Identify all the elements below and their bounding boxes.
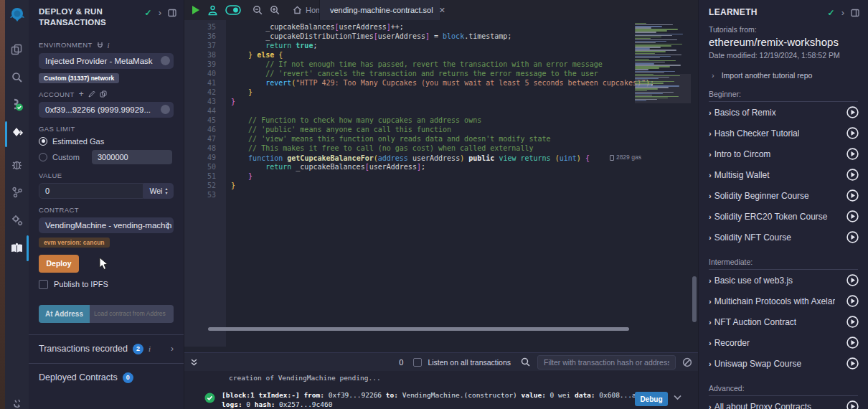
tutorial-item[interactable]: ›Recorder	[699, 332, 868, 353]
edit-account-icon[interactable]	[88, 90, 95, 98]
code-line[interactable]: 49 function getCupcakeBalanceFor(address…	[184, 153, 698, 162]
listen-all-checkbox[interactable]	[413, 358, 422, 367]
estimated-gas-radio[interactable]	[39, 137, 47, 146]
line-number[interactable]: 53	[184, 190, 216, 199]
terminal-search-icon[interactable]	[521, 357, 530, 367]
learneth-collapse-icon[interactable]: ›	[841, 9, 844, 17]
theme-toggle-icon[interactable]	[225, 5, 241, 15]
tutorial-play-icon[interactable]	[846, 274, 859, 286]
editor-minimap[interactable]	[635, 23, 691, 103]
zoom-out-icon[interactable]	[253, 5, 263, 15]
tab-close-icon[interactable]: ✕	[439, 6, 445, 15]
line-number[interactable]: 52	[184, 181, 216, 190]
solidity-compiler-icon[interactable]	[5, 95, 29, 116]
code-line[interactable]: 43}	[184, 97, 698, 106]
tutorial-play-icon[interactable]	[846, 189, 859, 202]
editor-horizontal-scrollbar[interactable]	[208, 327, 629, 331]
line-number[interactable]: 47	[184, 134, 216, 144]
clear-console-icon[interactable]	[682, 357, 692, 367]
line-number[interactable]: 42	[184, 88, 216, 97]
learneth-book-icon[interactable]	[5, 238, 29, 259]
line-number[interactable]: 48	[184, 144, 216, 153]
tutorial-play-icon[interactable]	[846, 210, 859, 222]
unit-stepper-icon[interactable]: ▴▾	[165, 187, 167, 195]
transactions-recorded-row[interactable]: Transactions recorded 2 i ›	[29, 334, 184, 363]
custom-gas-input[interactable]	[92, 150, 172, 164]
tutorial-play-icon[interactable]	[846, 231, 859, 243]
run-script-icon[interactable]	[191, 5, 200, 15]
contract-select[interactable]: VendingMachine - vending-machin ▴▾	[39, 217, 174, 233]
walkthrough-person-icon[interactable]	[207, 5, 218, 16]
code-line[interactable]: 53	[184, 190, 698, 199]
line-number[interactable]: 36	[184, 32, 216, 41]
editor-vertical-scrollbar[interactable]	[692, 276, 697, 322]
code-line[interactable]: 47 // 'view' means this function only re…	[184, 134, 698, 144]
tutorial-item[interactable]: ›Solidity ERC20 Token Course	[699, 206, 868, 227]
line-number[interactable]: 40	[184, 69, 216, 78]
code-line[interactable]: 40 // 'revert' cancels the transaction a…	[184, 69, 698, 78]
settings-icon[interactable]	[5, 210, 29, 231]
terminal-filter-input[interactable]	[537, 355, 676, 370]
code-line[interactable]: 37 return true;	[184, 41, 698, 50]
line-number[interactable]: 39	[184, 60, 216, 69]
tutorial-item[interactable]: ›Multichain Protocols with Axelar	[699, 291, 868, 311]
tutorial-play-icon[interactable]	[846, 337, 859, 349]
line-number[interactable]: 49	[184, 153, 216, 162]
at-address-input[interactable]	[90, 305, 174, 323]
debug-button[interactable]: Debug	[635, 392, 668, 406]
gas-estimated-radio-row[interactable]: Estimated Gas	[39, 137, 174, 146]
tutorial-expand-icon[interactable]: ›	[709, 276, 712, 285]
tutorial-expand-icon[interactable]: ›	[709, 233, 712, 242]
code-line[interactable]: 48 // This makes it free to call (no gas…	[184, 144, 698, 153]
tutorial-play-icon[interactable]	[846, 127, 859, 139]
transactions-info-icon[interactable]: i	[148, 344, 151, 353]
custom-gas-radio[interactable]	[39, 153, 47, 161]
tutorial-expand-icon[interactable]: ›	[709, 108, 712, 117]
line-number[interactable]: 43	[184, 97, 216, 106]
line-number[interactable]: 46	[184, 125, 216, 134]
environment-info-icon[interactable]: i	[108, 41, 110, 50]
gas-custom-radio-row[interactable]: Custom	[39, 150, 174, 164]
terminal-expand-icon[interactable]	[190, 358, 198, 367]
tutorial-play-icon[interactable]	[846, 400, 859, 409]
file-explorer-icon[interactable]	[5, 39, 29, 60]
panel-pin-icon[interactable]	[168, 9, 176, 17]
tutorial-expand-icon[interactable]: ›	[709, 171, 712, 179]
code-line[interactable]: 35 _cupcakeBalances[userAddress]++;	[184, 22, 698, 32]
code-line[interactable]: 41 revert("HTTP 429: Too Many Cupcakes (…	[184, 78, 698, 88]
deploy-and-run-icon[interactable]	[5, 123, 29, 144]
code-line[interactable]: 51 }	[184, 171, 698, 181]
terminal-output[interactable]: creation of VendingMachine pending... [b…	[184, 371, 698, 409]
line-number[interactable]: 37	[184, 41, 216, 50]
code-line[interactable]: 44	[184, 106, 698, 116]
tutorial-play-icon[interactable]	[846, 316, 859, 328]
copy-account-icon[interactable]	[100, 90, 107, 98]
add-account-icon[interactable]: +	[79, 91, 84, 97]
value-input[interactable]	[39, 183, 143, 199]
tutorial-item[interactable]: ›Solidity NFT Course	[699, 227, 868, 248]
tutorial-play-icon[interactable]	[846, 357, 859, 370]
plug-icon[interactable]	[97, 42, 103, 49]
tutorial-expand-icon[interactable]: ›	[709, 359, 712, 368]
learneth-pin-icon[interactable]	[851, 9, 859, 17]
tutorial-item[interactable]: ›Multisig Wallet	[699, 164, 868, 185]
tutorial-play-icon[interactable]	[846, 169, 859, 181]
tutorial-expand-icon[interactable]: ›	[709, 403, 712, 409]
debugger-icon[interactable]	[5, 154, 29, 175]
tutorial-item[interactable]: ›Solidity Beginner Course	[699, 185, 868, 206]
environment-settings-icon[interactable]	[161, 56, 170, 65]
search-icon[interactable]	[5, 67, 29, 88]
transactions-expand-icon[interactable]: ›	[171, 344, 174, 354]
tutorial-expand-icon[interactable]: ›	[709, 212, 712, 221]
remix-logo-icon[interactable]	[5, 4, 29, 26]
code-editor[interactable]: 35 _cupcakeBalances[userAddress]++;36 _c…	[184, 20, 698, 347]
publish-ipfs-checkbox[interactable]	[39, 280, 48, 289]
tx-expand-icon[interactable]	[674, 395, 681, 400]
zoom-in-icon[interactable]	[270, 5, 280, 15]
tutorial-play-icon[interactable]	[846, 106, 859, 118]
code-line[interactable]: 36 _cupcakeDistributionTimes[userAddress…	[184, 32, 698, 41]
code-line[interactable]: 46 // 'public' means anyone can call thi…	[184, 125, 698, 134]
environment-select[interactable]: Injected Provider - MetaMask	[39, 53, 174, 69]
code-line[interactable]: 50 return _cupcakeBalances[userAddress];	[184, 162, 698, 171]
code-line[interactable]: 45 // Function to check how many cupcake…	[184, 116, 698, 125]
